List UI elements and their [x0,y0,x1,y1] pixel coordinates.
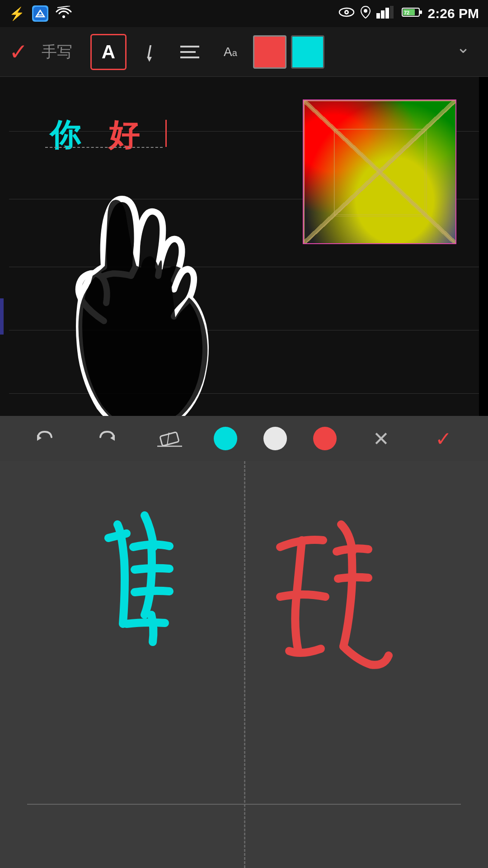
align-button[interactable] [172,34,208,70]
svg-point-6 [364,9,367,13]
color-picker[interactable] [303,99,456,244]
svg-marker-26 [37,435,42,441]
redo-icon [96,427,118,450]
toolbar: ✓ 手写 A I ▾ Aa ⌄ [0,27,488,77]
dropdown-arrow: ▾ [147,53,152,65]
eraser-button[interactable] [151,420,188,457]
svg-rect-12 [420,10,422,14]
svg-point-5 [346,11,347,13]
align-icon [178,42,201,62]
usb-icon: ⚡ [9,6,25,21]
signal-icon [376,6,396,22]
text-underline [45,147,163,148]
confirm-hw-button[interactable]: ✓ [425,420,461,457]
color-cyan-button[interactable] [291,35,324,69]
svg-rect-10 [390,6,394,19]
svg-rect-0 [33,7,47,20]
cp-x-svg [304,100,455,243]
handwriting-area[interactable] [0,461,488,868]
undo-icon [33,427,56,450]
color-dot-cyan[interactable] [214,427,237,450]
text-bold-button[interactable]: A [90,34,127,70]
undo-button[interactable] [27,420,63,457]
status-bar: ⚡ [0,0,488,27]
color-dot-red[interactable] [313,427,337,450]
color-red-button[interactable] [253,35,286,69]
status-time: 2:26 PM [428,6,479,21]
redo-button[interactable] [89,420,125,457]
hw-char-hao [262,488,407,760]
bottom-toolbar: ✕ ✓ [0,416,488,461]
hw-char-ni [81,488,226,760]
text-A-label: A [102,41,115,63]
toolbar-dropdown-icon[interactable]: ⌄ [456,38,470,57]
location-icon [360,5,371,22]
eye-icon [338,7,355,21]
svg-rect-9 [385,8,389,19]
battery-icon: 72 [402,7,422,21]
hw-horizontal-line [27,804,461,805]
cancel-button[interactable]: ✕ [363,420,399,457]
svg-text:72: 72 [404,10,409,15]
svg-point-2 [62,15,65,18]
eraser-icon [157,427,182,450]
font-size-label: Aa [224,45,237,59]
confirm-button[interactable]: ✓ [9,39,28,65]
text-cursor [165,120,167,147]
toolbar-title: 手写 [42,42,72,62]
svg-rect-28 [160,432,178,446]
svg-rect-7 [376,13,380,19]
wifi-icon [56,6,72,22]
svg-marker-27 [110,435,115,441]
color-dot-white[interactable] [263,427,287,450]
svg-rect-8 [381,10,385,19]
italic-button[interactable]: I ▾ [131,34,167,70]
font-size-button[interactable]: Aa [212,34,249,70]
app-icon [32,5,48,22]
hw-characters-display [0,488,488,760]
left-accent-bar [0,298,4,335]
